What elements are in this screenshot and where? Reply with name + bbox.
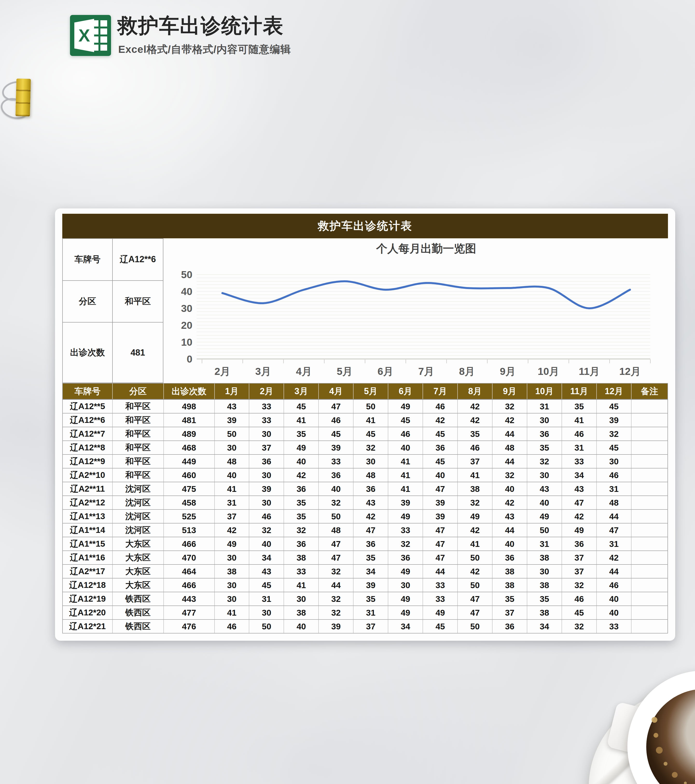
cell-total[interactable]: 477 [163,606,215,619]
cell-month-value[interactable]: 42 [423,413,457,427]
cell-total[interactable]: 475 [163,482,215,496]
cell-month-value[interactable]: 40 [492,537,527,551]
cell-district[interactable]: 和平区 [112,455,163,468]
cell-month-value[interactable]: 35 [284,496,319,509]
cell-plate[interactable]: 辽A12**6 [63,413,112,427]
cell-month-value[interactable]: 34 [562,468,596,482]
cell-note[interactable] [631,606,668,619]
cell-month-value[interactable]: 45 [596,441,631,455]
cell-month-value[interactable]: 34 [249,551,284,565]
cell-month-value[interactable]: 46 [457,441,492,455]
cell-month-value[interactable]: 35 [353,551,388,565]
cell-total[interactable]: 481 [163,413,215,427]
cell-month-value[interactable]: 38 [527,551,562,565]
cell-note[interactable] [631,441,668,455]
cell-district[interactable]: 铁西区 [112,619,163,633]
cell-month-value[interactable]: 31 [527,537,562,551]
cell-month-value[interactable]: 38 [527,606,562,619]
cell-month-value[interactable]: 34 [353,565,388,578]
cell-month-value[interactable]: 41 [284,413,319,427]
cell-month-value[interactable]: 38 [284,551,319,565]
cell-plate[interactable]: 辽A2**12 [63,496,112,509]
cell-month-value[interactable]: 30 [215,578,249,592]
cell-month-value[interactable]: 41 [284,578,319,592]
cell-month-value[interactable]: 35 [457,427,492,441]
cell-month-value[interactable]: 32 [492,468,527,482]
cell-month-value[interactable]: 49 [562,523,596,537]
cell-month-value[interactable]: 49 [388,606,423,619]
cell-month-value[interactable]: 49 [388,592,423,606]
cell-month-value[interactable]: 41 [457,537,492,551]
cell-note[interactable] [631,551,668,565]
cell-month-value[interactable]: 30 [527,468,562,482]
cell-month-value[interactable]: 43 [249,565,284,578]
cell-month-value[interactable]: 45 [596,399,631,413]
cell-month-value[interactable]: 45 [284,399,319,413]
cell-month-value[interactable]: 32 [249,523,284,537]
cell-month-value[interactable]: 32 [319,592,353,606]
cell-month-value[interactable]: 34 [527,619,562,633]
cell-month-value[interactable]: 36 [249,455,284,468]
cell-district[interactable]: 沈河区 [112,509,163,523]
cell-month-value[interactable]: 39 [388,496,423,509]
cell-district[interactable]: 大东区 [112,578,163,592]
cell-month-value[interactable]: 39 [249,482,284,496]
cell-district[interactable]: 和平区 [112,468,163,482]
cell-month-value[interactable]: 40 [284,619,319,633]
cell-month-value[interactable]: 30 [249,468,284,482]
cell-note[interactable] [631,578,668,592]
cell-district[interactable]: 大东区 [112,537,163,551]
cell-month-value[interactable]: 46 [596,578,631,592]
cell-note[interactable] [631,565,668,578]
cell-month-value[interactable]: 43 [527,482,562,496]
cell-district[interactable]: 沈河区 [112,496,163,509]
cell-month-value[interactable]: 31 [353,606,388,619]
cell-month-value[interactable]: 32 [319,565,353,578]
cell-plate[interactable]: 辽A1**13 [63,509,112,523]
cell-month-value[interactable]: 39 [353,578,388,592]
cell-month-value[interactable]: 33 [319,455,353,468]
cell-month-value[interactable]: 46 [423,399,457,413]
cell-month-value[interactable]: 30 [249,606,284,619]
cell-month-value[interactable]: 32 [284,523,319,537]
cell-month-value[interactable]: 40 [596,606,631,619]
cell-month-value[interactable]: 50 [353,399,388,413]
cell-month-value[interactable]: 49 [423,606,457,619]
cell-month-value[interactable]: 39 [423,496,457,509]
cell-month-value[interactable]: 50 [319,509,353,523]
cell-month-value[interactable]: 36 [562,537,596,551]
cell-month-value[interactable]: 32 [492,399,527,413]
cell-month-value[interactable]: 31 [215,496,249,509]
cell-month-value[interactable]: 30 [215,551,249,565]
cell-plate[interactable]: 辽A12**9 [63,455,112,468]
cell-month-value[interactable]: 33 [284,565,319,578]
cell-month-value[interactable]: 44 [423,565,457,578]
cell-month-value[interactable]: 42 [562,509,596,523]
cell-month-value[interactable]: 45 [249,578,284,592]
cell-note[interactable] [631,399,668,413]
cell-plate[interactable]: 辽A12*20 [63,606,112,619]
cell-month-value[interactable]: 48 [492,441,527,455]
cell-month-value[interactable]: 46 [562,592,596,606]
cell-month-value[interactable]: 45 [388,413,423,427]
cell-month-value[interactable]: 41 [353,413,388,427]
cell-month-value[interactable]: 38 [215,565,249,578]
cell-month-value[interactable]: 33 [388,523,423,537]
cell-month-value[interactable]: 38 [284,606,319,619]
cell-total[interactable]: 443 [163,592,215,606]
cell-month-value[interactable]: 47 [423,523,457,537]
cell-total[interactable]: 476 [163,619,215,633]
info-value[interactable]: 481 [113,323,163,382]
cell-month-value[interactable]: 49 [284,441,319,455]
cell-total[interactable]: 464 [163,565,215,578]
cell-month-value[interactable]: 41 [215,606,249,619]
cell-month-value[interactable]: 36 [492,551,527,565]
cell-month-value[interactable]: 33 [423,592,457,606]
cell-month-value[interactable]: 36 [527,427,562,441]
cell-month-value[interactable]: 31 [596,537,631,551]
cell-note[interactable] [631,523,668,537]
cell-month-value[interactable]: 37 [562,551,596,565]
cell-total[interactable]: 460 [163,468,215,482]
cell-month-value[interactable]: 31 [249,592,284,606]
cell-plate[interactable]: 辽A12*19 [63,592,112,606]
